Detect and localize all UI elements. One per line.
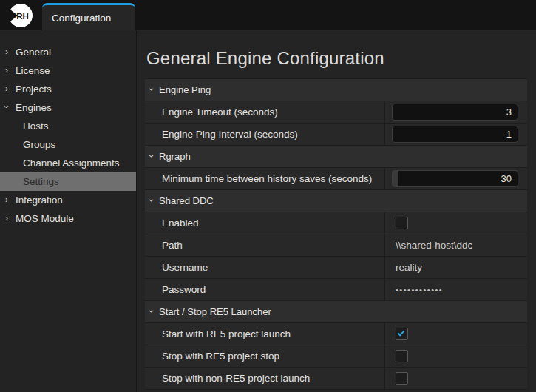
username-value[interactable]: reality: [396, 262, 422, 273]
sidebar-item-projects[interactable]: › Projects: [0, 80, 136, 98]
engine-timeout-input[interactable]: [392, 104, 518, 121]
section-title: Engine Ping: [159, 84, 211, 95]
sidebar-item-mos-module[interactable]: › MOS Module: [0, 209, 136, 228]
section-header-start-stop-re5[interactable]: › Start / Stop RE5 Launcher: [145, 301, 527, 323]
chevron-right-icon: ›: [5, 214, 8, 223]
section-title: Shared DDC: [159, 195, 214, 206]
page-title: General Engine Configuration: [146, 48, 536, 69]
sidebar-item-license[interactable]: › License: [0, 61, 136, 80]
config-row-start-with-re5: Start with RE5 project launch: [145, 323, 527, 345]
chevron-down-icon: ›: [147, 310, 156, 313]
sidebar-item-label: Groups: [23, 139, 55, 150]
field-label: Start with RE5 project launch: [145, 323, 385, 345]
tab-bar: RH Configuration: [0, 0, 536, 30]
sidebar-item-label: Integration: [16, 195, 63, 206]
sidebar-item-label: Settings: [23, 176, 59, 187]
rh-logo-icon: RH: [8, 3, 33, 28]
sidebar: › General › License › Projects › Engines…: [0, 30, 137, 392]
start-with-re5-checkbox[interactable]: [396, 328, 408, 340]
chevron-right-icon: ›: [5, 47, 8, 56]
chevron-down-icon: ›: [147, 199, 156, 202]
section-header-rgraph[interactable]: › Rgraph: [145, 146, 527, 168]
sidebar-item-label: General: [16, 47, 51, 58]
section-title: Start / Stop RE5 Launcher: [159, 306, 271, 317]
field-label: Minimum time between history saves (seco…: [145, 168, 385, 189]
sidebar-item-channel-assignments[interactable]: Channel Assignments: [0, 154, 136, 172]
chevron-right-icon: ›: [5, 195, 8, 204]
section-header-shared-ddc[interactable]: › Shared DDC: [145, 190, 527, 212]
sidebar-item-label: Channel Assignments: [23, 158, 120, 169]
config-row-username: Username reality: [145, 257, 527, 279]
config-row-stop-with-re5: Stop with RE5 project stop: [145, 345, 527, 368]
config-row-stop-with-non-re5: Stop with non-RE5 project launch: [145, 368, 527, 390]
config-row-history-saves: Minimum time between history saves (seco…: [145, 168, 527, 190]
sidebar-item-hosts[interactable]: Hosts: [0, 117, 136, 135]
chevron-right-icon: ›: [5, 84, 8, 93]
config-row-path: Path \\shared-host\ddc: [145, 234, 527, 257]
chevron-down-icon: ›: [2, 105, 11, 108]
sidebar-item-integration[interactable]: › Integration: [0, 191, 136, 209]
enabled-checkbox[interactable]: [396, 217, 408, 229]
sidebar-item-label: License: [16, 65, 50, 76]
section-title: Rgraph: [159, 151, 191, 162]
field-label: Engine Timeout (seconds): [145, 101, 385, 123]
config-row-password: Password ••••••••••••: [145, 279, 527, 301]
field-label: Enabled: [145, 212, 385, 234]
sidebar-item-groups[interactable]: Groups: [0, 135, 136, 154]
sidebar-item-engines[interactable]: › Engines: [0, 98, 136, 117]
history-saves-input[interactable]: [392, 170, 518, 187]
app-window: RH Configuration › General › License › P…: [0, 0, 536, 392]
stop-with-non-re5-checkbox[interactable]: [396, 372, 408, 385]
chevron-down-icon: ›: [147, 155, 156, 158]
field-label: Username: [145, 257, 385, 278]
sidebar-item-settings[interactable]: Settings: [0, 172, 136, 191]
path-value[interactable]: \\shared-host\ddc: [396, 240, 472, 251]
sidebar-item-label: Projects: [16, 84, 52, 95]
sidebar-item-label: Hosts: [23, 121, 49, 132]
sidebar-item-label: MOS Module: [16, 213, 74, 224]
chevron-down-icon: ›: [147, 88, 156, 91]
sidebar-item-general[interactable]: › General: [0, 43, 136, 61]
settings-table: › Engine Ping Engine Timeout (seconds) E…: [145, 78, 527, 390]
field-label: Path: [145, 234, 385, 256]
tab-label: Configuration: [52, 13, 111, 24]
sidebar-item-label: Engines: [16, 102, 52, 113]
password-value[interactable]: ••••••••••••: [396, 285, 443, 294]
field-label: Stop with non-RE5 project launch: [145, 368, 385, 389]
field-label: Password: [145, 279, 385, 300]
field-label: Stop with RE5 project stop: [145, 345, 385, 367]
config-row-engine-timeout: Engine Timeout (seconds): [145, 101, 527, 124]
stop-with-re5-checkbox[interactable]: [396, 350, 408, 362]
main-content: General Engine Configuration › Engine Pi…: [137, 30, 536, 392]
chevron-right-icon: ›: [5, 66, 8, 75]
svg-text:RH: RH: [16, 12, 29, 21]
config-row-engine-ping-interval: Engine Ping Interval (seconds): [145, 124, 527, 146]
engine-ping-interval-input[interactable]: [392, 126, 518, 143]
section-header-engine-ping[interactable]: › Engine Ping: [145, 79, 527, 101]
field-label: Engine Ping Interval (seconds): [145, 124, 385, 145]
config-row-enabled: Enabled: [145, 212, 527, 234]
checkmark-icon: [398, 329, 405, 337]
tab-configuration[interactable]: Configuration: [42, 3, 135, 30]
